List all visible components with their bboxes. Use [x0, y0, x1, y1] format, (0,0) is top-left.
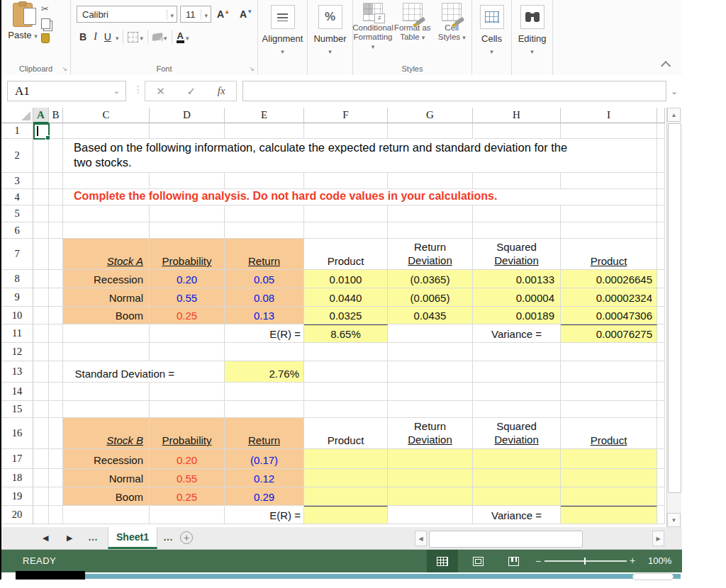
cells-button[interactable]: Cells: [472, 0, 511, 75]
cell-H1[interactable]: [473, 123, 561, 139]
cell-E20[interactable]: E(R) =: [225, 506, 304, 524]
cell-H12[interactable]: [473, 343, 561, 361]
chevron-down-icon[interactable]: ⌄: [113, 86, 125, 96]
cell-F5[interactable]: [304, 205, 388, 222]
cell-D20[interactable]: [150, 506, 225, 524]
font-color-icon[interactable]: A: [177, 31, 184, 43]
scroll-up-button[interactable]: ▲: [667, 108, 681, 122]
grow-font-button[interactable]: A▲: [214, 7, 233, 21]
cell-A19[interactable]: [33, 487, 49, 506]
scroll-down-button[interactable]: ▼: [667, 513, 681, 527]
vertical-scrollbar[interactable]: ▲ ▼: [666, 108, 681, 527]
cell-C11[interactable]: [63, 324, 150, 343]
page-break-view-button[interactable]: [498, 550, 529, 572]
collapse-ribbon-icon[interactable]: [661, 61, 671, 71]
cell-I18[interactable]: [561, 469, 657, 487]
cell-H10[interactable]: 0.00189: [473, 307, 561, 324]
cell-F6[interactable]: [304, 222, 388, 239]
row-header-1[interactable]: 1: [1, 123, 33, 139]
cell-G16[interactable]: ReturnDeviation: [388, 418, 473, 449]
cell-F20[interactable]: [304, 506, 388, 524]
cell-H19[interactable]: [473, 487, 561, 506]
cell-I12[interactable]: [561, 343, 657, 361]
fill-handle[interactable]: [45, 135, 50, 140]
cell-G1[interactable]: [388, 123, 473, 139]
cell-B6[interactable]: [49, 222, 63, 239]
select-all-corner[interactable]: [1, 108, 33, 123]
column-header-F[interactable]: F: [304, 108, 388, 123]
cell-E10[interactable]: 0.13: [225, 307, 304, 324]
cell-A13[interactable]: [33, 361, 49, 383]
cell-H6[interactable]: [473, 222, 561, 239]
cell-D10[interactable]: 0.25: [150, 307, 225, 324]
zoom-slider-track[interactable]: [544, 560, 627, 562]
cell-C7[interactable]: Stock A: [63, 239, 150, 270]
cell-D11[interactable]: [150, 324, 225, 343]
cell-E16[interactable]: Return: [225, 418, 304, 449]
cell-B10[interactable]: [49, 307, 63, 324]
bold-button[interactable]: B: [77, 30, 89, 44]
tab-sheet1[interactable]: Sheet1: [108, 527, 157, 549]
row-header-15[interactable]: 15: [1, 401, 33, 418]
row-header-8[interactable]: 8: [1, 270, 33, 288]
clipboard-dialog-launcher-icon[interactable]: ↘: [62, 66, 67, 72]
cell-A11[interactable]: [33, 324, 49, 343]
cell-C8[interactable]: Recession: [63, 270, 150, 288]
cell-C13[interactable]: Standard Deviation =: [63, 361, 225, 383]
cell-D7[interactable]: Probability: [150, 239, 225, 270]
row-header-16[interactable]: 16: [1, 418, 33, 449]
cell-C15[interactable]: [63, 401, 150, 418]
cell-G9[interactable]: (0.0065): [388, 288, 473, 307]
cell-H16[interactable]: SquaredDeviation: [473, 418, 561, 449]
row-header-17[interactable]: 17: [1, 449, 33, 469]
dropdown-arrow-icon[interactable]: [186, 30, 189, 43]
row-header-2[interactable]: 2: [1, 139, 33, 173]
cell-E6[interactable]: [225, 222, 304, 239]
cell-G6[interactable]: [388, 222, 473, 239]
cell-F13[interactable]: [304, 361, 388, 383]
cell-A18[interactable]: [33, 469, 49, 487]
cell-C2[interactable]: Based on the following information, calc…: [63, 139, 657, 173]
cell-I5[interactable]: [561, 205, 657, 222]
cell-F11[interactable]: 8.65%: [304, 324, 388, 343]
underline-button[interactable]: U: [101, 30, 114, 44]
cell-B2[interactable]: [49, 139, 63, 173]
cell-H15[interactable]: [473, 401, 561, 418]
copy-button[interactable]: [41, 18, 50, 29]
row-header-5[interactable]: 5: [1, 205, 33, 222]
cell-I17[interactable]: [561, 449, 657, 469]
cell-C17[interactable]: Recession: [63, 449, 150, 469]
cell-B18[interactable]: [49, 469, 63, 487]
cell-D5[interactable]: [150, 205, 225, 222]
font-dialog-launcher-icon[interactable]: ↘: [249, 66, 255, 72]
cell-A17[interactable]: [33, 449, 49, 469]
cell-A8[interactable]: [33, 270, 49, 288]
fill-color-icon[interactable]: [152, 33, 162, 41]
cell-D17[interactable]: 0.20: [150, 449, 225, 469]
zoom-slider-thumb[interactable]: [584, 558, 586, 565]
cell-F17[interactable]: [304, 449, 388, 469]
cell-G12[interactable]: [388, 343, 473, 361]
add-sheet-button[interactable]: +: [180, 531, 193, 544]
vertical-scroll-thumb[interactable]: [668, 123, 681, 493]
italic-button[interactable]: I: [91, 30, 100, 44]
cell-I7[interactable]: Product: [561, 239, 657, 270]
cell-A15[interactable]: [33, 401, 49, 418]
cell-E8[interactable]: 0.05: [225, 270, 304, 288]
cell-C6[interactable]: [63, 222, 150, 239]
cell-I9[interactable]: 0.00002324: [561, 288, 657, 307]
cell-E12[interactable]: [225, 343, 304, 361]
page-layout-view-button[interactable]: [462, 550, 493, 572]
cell-D3[interactable]: [150, 173, 225, 189]
cell-F14[interactable]: [304, 383, 388, 401]
cell-I13[interactable]: [561, 361, 657, 383]
cell-B13[interactable]: [49, 361, 63, 383]
scroll-right-button[interactable]: ▶: [652, 531, 664, 546]
cell-B20[interactable]: [49, 506, 63, 524]
cell-B19[interactable]: [49, 487, 63, 506]
row-header-6[interactable]: 6: [1, 222, 33, 239]
cell-B9[interactable]: [49, 288, 63, 307]
cell-E14[interactable]: [225, 383, 304, 401]
cell-I19[interactable]: [561, 487, 657, 506]
cell-I6[interactable]: [561, 222, 657, 239]
